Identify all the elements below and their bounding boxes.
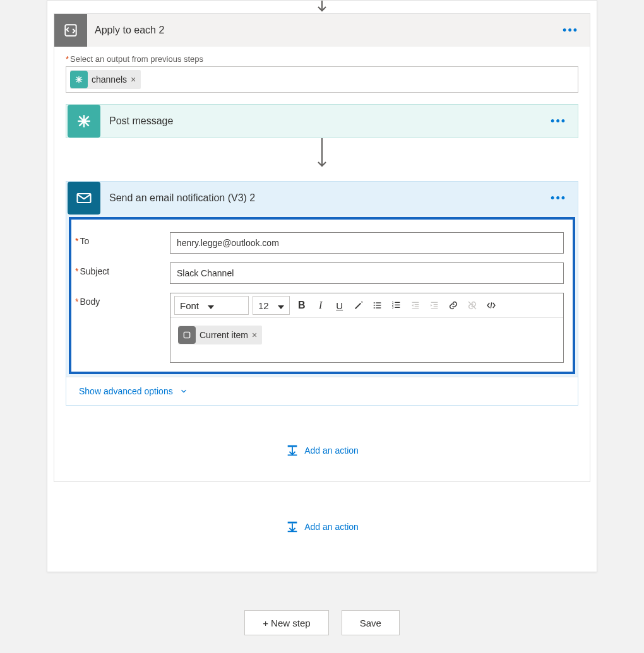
- current-item-token-remove[interactable]: ×: [252, 330, 257, 340]
- show-advanced-options[interactable]: Show advanced options: [66, 377, 578, 405]
- foreach-icon: [178, 326, 196, 344]
- save-button[interactable]: Save: [342, 610, 400, 635]
- to-input[interactable]: [170, 232, 564, 254]
- svg-point-12: [373, 302, 374, 303]
- bold-button[interactable]: B: [294, 297, 310, 314]
- add-action-icon: [285, 444, 299, 457]
- svg-rect-36: [184, 332, 189, 338]
- post-message-header[interactable]: Post message •••: [66, 105, 578, 138]
- foreach-icon: [54, 14, 87, 47]
- italic-button[interactable]: I: [313, 297, 329, 314]
- mail-icon: [68, 182, 100, 215]
- svg-marker-33: [431, 304, 432, 307]
- send-email-card: Send an email notification (V3) 2 ••• *T…: [66, 181, 578, 406]
- svg-rect-19: [395, 302, 400, 303]
- apply-to-each-header[interactable]: Apply to each 2 •••: [54, 14, 590, 47]
- apply-to-each-menu-button[interactable]: •••: [551, 24, 590, 37]
- body-label: *Body: [75, 293, 170, 307]
- svg-point-14: [373, 305, 374, 306]
- current-item-token-label: Current item: [200, 330, 248, 340]
- subject-label: *Subject: [75, 262, 170, 276]
- indent-button[interactable]: [426, 297, 443, 314]
- unlink-button[interactable]: [464, 297, 480, 314]
- font-size-label: 12: [258, 300, 269, 311]
- chevron-down-icon: [278, 305, 284, 309]
- apply-to-each-title: Apply to each 2: [95, 25, 551, 36]
- svg-point-16: [373, 307, 374, 309]
- number-list-button[interactable]: 123: [388, 297, 405, 314]
- outdent-button[interactable]: [407, 297, 424, 314]
- send-email-parameters: *To *Subject *Body: [69, 217, 575, 374]
- svg-rect-40: [288, 522, 297, 524]
- post-message-menu-button[interactable]: •••: [539, 115, 578, 128]
- channels-token: channels ×: [70, 70, 141, 89]
- svg-rect-29: [431, 302, 438, 303]
- chevron-down-icon: [208, 305, 214, 309]
- svg-rect-37: [288, 445, 297, 447]
- send-email-menu-button[interactable]: •••: [539, 192, 578, 205]
- code-view-button[interactable]: [483, 297, 499, 314]
- svg-rect-13: [376, 302, 381, 303]
- svg-rect-31: [433, 306, 438, 307]
- svg-rect-27: [412, 309, 419, 309]
- color-button[interactable]: [350, 297, 367, 314]
- slack-icon: [68, 105, 100, 138]
- svg-rect-30: [433, 304, 438, 305]
- show-advanced-options-label: Show advanced options: [79, 386, 173, 396]
- channels-token-remove[interactable]: ×: [131, 74, 136, 85]
- svg-marker-28: [412, 304, 414, 307]
- font-select[interactable]: Font: [174, 296, 249, 315]
- svg-rect-24: [412, 302, 419, 303]
- underline-button[interactable]: U: [331, 297, 348, 314]
- rte-toolbar: Font 12 B I U: [170, 293, 563, 318]
- flow-designer-canvas: Apply to each 2 ••• *Select an output fr…: [47, 0, 597, 572]
- bullet-list-button[interactable]: [369, 297, 386, 314]
- add-action-button-inner[interactable]: Add an action: [66, 444, 578, 457]
- current-item-token: Current item ×: [178, 326, 262, 344]
- svg-rect-39: [288, 454, 297, 456]
- font-select-label: Font: [180, 300, 199, 311]
- post-message-title: Post message: [109, 115, 539, 127]
- svg-rect-32: [431, 309, 438, 309]
- send-email-title: Send an email notification (V3) 2: [109, 192, 539, 204]
- apply-to-each-body: *Select an output from previous steps ch…: [54, 47, 590, 481]
- subject-input[interactable]: [170, 262, 564, 284]
- link-button[interactable]: [445, 297, 462, 314]
- channels-token-label: channels: [92, 74, 127, 85]
- body-content[interactable]: Current item ×: [170, 318, 563, 362]
- svg-rect-17: [376, 307, 381, 308]
- svg-rect-26: [414, 306, 419, 307]
- add-action-label: Add an action: [304, 522, 359, 532]
- select-output-input[interactable]: channels ×: [66, 66, 578, 93]
- apply-to-each-card: Apply to each 2 ••• *Select an output fr…: [54, 13, 590, 482]
- post-message-card: Post message •••: [66, 104, 578, 138]
- select-output-label: *Select an output from previous steps: [66, 54, 578, 64]
- new-step-button[interactable]: + New step: [244, 610, 328, 635]
- flow-arrow-icon: [314, 138, 330, 170]
- add-action-button-outer[interactable]: Add an action: [54, 520, 590, 534]
- slack-icon: [70, 71, 88, 88]
- add-action-icon: [285, 520, 299, 534]
- chevron-down-icon: [179, 387, 188, 396]
- to-label: *To: [75, 232, 170, 246]
- svg-rect-15: [376, 305, 381, 305]
- add-action-label: Add an action: [304, 445, 359, 456]
- body-editor: Font 12 B I U: [170, 293, 564, 363]
- svg-rect-42: [288, 531, 297, 532]
- send-email-header[interactable]: Send an email notification (V3) 2 •••: [66, 182, 578, 215]
- flow-arrow-icon: [314, 1, 330, 13]
- svg-line-35: [491, 302, 491, 308]
- footer-actions: + New step Save: [0, 610, 644, 635]
- required-star: *: [66, 54, 69, 64]
- svg-rect-23: [395, 307, 400, 308]
- svg-rect-21: [395, 305, 400, 305]
- svg-rect-25: [414, 304, 419, 305]
- font-size-select[interactable]: 12: [253, 296, 290, 315]
- svg-text:3: 3: [391, 306, 393, 309]
